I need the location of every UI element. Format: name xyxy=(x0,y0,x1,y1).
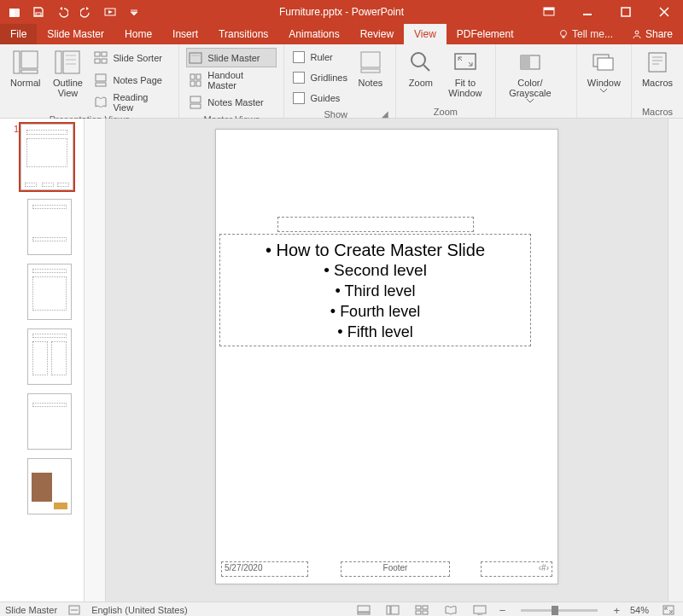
body-level-3: Third level xyxy=(229,281,522,301)
tab-transitions[interactable]: Transitions xyxy=(208,24,278,44)
slide-canvas-area[interactable]: How to Create Master Slide Second level … xyxy=(106,119,668,601)
chevron-down-icon xyxy=(600,89,607,93)
share-button[interactable]: Share xyxy=(622,24,683,44)
body-level-2: Second level xyxy=(229,260,522,281)
window-icon xyxy=(589,48,618,77)
svg-rect-47 xyxy=(423,611,428,614)
status-language[interactable]: English (United States) xyxy=(91,605,188,615)
svg-rect-27 xyxy=(196,81,201,86)
layout-thumbnail[interactable] xyxy=(27,458,72,514)
show-dialog-launcher-icon[interactable]: ◢ xyxy=(382,109,388,119)
ribbon-display-options-icon[interactable] xyxy=(529,0,568,24)
svg-rect-29 xyxy=(190,104,201,108)
reading-view-button[interactable]: Reading View xyxy=(91,92,172,112)
svg-rect-12 xyxy=(21,51,38,68)
notes-page-icon xyxy=(94,73,108,87)
slide-thumbnails-pane[interactable]: 1 xyxy=(0,119,85,601)
normal-view-status-icon[interactable] xyxy=(383,604,402,616)
normal-view-icon xyxy=(11,48,40,77)
tab-review[interactable]: Review xyxy=(350,24,404,44)
svg-rect-14 xyxy=(55,51,61,73)
minimize-icon[interactable] xyxy=(568,0,606,24)
save-icon[interactable] xyxy=(32,6,44,18)
footer-placeholder[interactable]: Footer xyxy=(341,561,450,577)
redo-icon[interactable] xyxy=(80,6,92,18)
status-mode: Slide Master xyxy=(5,605,57,615)
slide-sorter-button[interactable]: Slide Sorter xyxy=(91,48,172,67)
gridlines-checkbox[interactable]: Gridlines xyxy=(291,68,348,86)
tab-view[interactable]: View xyxy=(404,24,447,44)
vertical-scrollbar[interactable] xyxy=(668,119,683,601)
zoom-out-button[interactable]: − xyxy=(499,604,506,617)
tab-animations[interactable]: Animations xyxy=(278,24,349,44)
title-placeholder[interactable] xyxy=(277,217,474,232)
handout-master-button[interactable]: Handout Master xyxy=(186,70,277,90)
svg-rect-40 xyxy=(358,606,370,612)
date-placeholder[interactable]: 5/27/2020 xyxy=(221,561,308,577)
zoom-percent[interactable]: 54% xyxy=(630,605,649,615)
qat-customize-icon[interactable] xyxy=(128,6,140,18)
zoom-slider[interactable] xyxy=(521,609,598,612)
slide-sorter-status-icon[interactable] xyxy=(412,604,431,616)
tab-home[interactable]: Home xyxy=(114,24,162,44)
svg-rect-35 xyxy=(521,55,530,69)
thumbnail-number: 1 xyxy=(10,124,19,134)
svg-rect-18 xyxy=(95,59,100,63)
layout-thumbnail[interactable] xyxy=(27,393,72,450)
tab-pdfelement[interactable]: PDFelement xyxy=(447,24,524,44)
notes-master-button[interactable]: Notes Master xyxy=(186,92,277,112)
undo-icon[interactable] xyxy=(56,6,68,18)
outline-view-button[interactable]: Outline View xyxy=(45,46,90,98)
body-placeholder[interactable]: How to Create Master Slide Second level … xyxy=(219,234,531,346)
start-from-beginning-icon[interactable] xyxy=(104,6,116,18)
notes-toggle-icon[interactable] xyxy=(354,604,373,616)
normal-view-button[interactable]: Normal xyxy=(5,46,45,88)
svg-rect-31 xyxy=(361,69,380,73)
ruler-checkbox[interactable]: Ruler xyxy=(291,48,348,66)
master-thumbnail[interactable] xyxy=(20,124,73,190)
layout-thumbnail[interactable] xyxy=(27,199,72,255)
checkbox-icon xyxy=(293,51,305,63)
window-button[interactable]: Window xyxy=(582,46,626,93)
slide-number-placeholder[interactable]: ‹#› xyxy=(481,561,552,577)
svg-rect-21 xyxy=(96,83,106,86)
maximize-icon[interactable] xyxy=(606,0,645,24)
color-grayscale-button[interactable]: Color/ Grayscale xyxy=(501,46,559,103)
svg-rect-44 xyxy=(416,606,421,609)
close-icon[interactable] xyxy=(645,0,683,24)
svg-rect-45 xyxy=(423,606,428,609)
svg-rect-26 xyxy=(190,81,195,86)
tell-me-search[interactable]: Tell me... xyxy=(550,24,622,44)
fit-to-window-status-icon[interactable] xyxy=(659,604,678,616)
svg-rect-37 xyxy=(598,58,613,70)
guides-checkbox[interactable]: Guides xyxy=(291,89,348,107)
zoom-slider-thumb[interactable] xyxy=(552,606,558,615)
group-label-zoom: Zoom xyxy=(401,106,490,118)
tab-slide-master[interactable]: Slide Master xyxy=(37,24,114,44)
notes-button[interactable]: Notes xyxy=(351,46,390,88)
zoom-in-button[interactable]: + xyxy=(613,604,620,617)
fit-to-window-button[interactable]: Fit to Window xyxy=(441,46,490,98)
group-macros: Macros Macros xyxy=(632,44,683,118)
macros-button[interactable]: Macros xyxy=(637,46,678,88)
share-label: Share xyxy=(645,28,673,40)
svg-rect-33 xyxy=(455,54,476,69)
tab-file[interactable]: File xyxy=(0,24,37,44)
layout-thumbnail[interactable] xyxy=(27,328,72,385)
slide-master-button[interactable]: Slide Master xyxy=(186,48,277,67)
zoom-icon xyxy=(406,48,435,77)
tab-insert[interactable]: Insert xyxy=(162,24,208,44)
macros-icon xyxy=(643,48,672,77)
svg-rect-30 xyxy=(361,52,380,67)
layout-thumbnail[interactable] xyxy=(27,264,72,320)
notes-page-button[interactable]: Notes Page xyxy=(91,70,172,90)
svg-rect-48 xyxy=(474,606,486,613)
spellcheck-icon[interactable] xyxy=(67,605,81,615)
slide-master-canvas[interactable]: How to Create Master Slide Second level … xyxy=(215,129,558,584)
svg-rect-22 xyxy=(190,53,201,63)
outline-view-icon xyxy=(53,48,82,77)
zoom-button[interactable]: Zoom xyxy=(401,46,441,88)
slideshow-status-icon[interactable] xyxy=(470,604,489,616)
svg-rect-6 xyxy=(583,14,592,15)
reading-view-status-icon[interactable] xyxy=(441,604,460,616)
